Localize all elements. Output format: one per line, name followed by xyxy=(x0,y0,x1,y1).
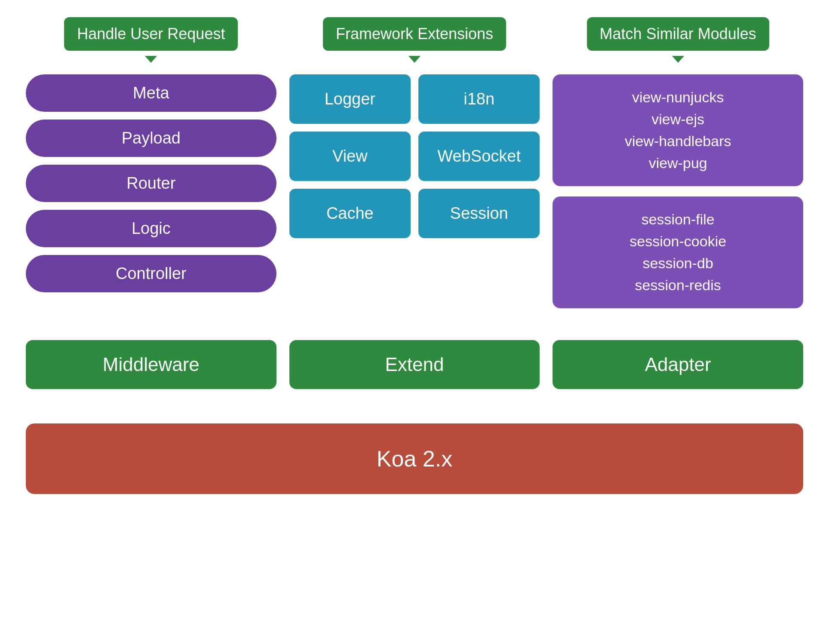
middle-header-wrap: Framework Extensions xyxy=(289,17,540,51)
right-bubble: Match Similar Modules xyxy=(587,17,769,51)
blue-view: View xyxy=(289,132,411,181)
col-right: Match Similar Modules view-nunjucks view… xyxy=(553,17,803,319)
blue-i18n: i18n xyxy=(418,74,540,124)
col-mid: Framework Extensions Logger i18n View We… xyxy=(289,17,540,319)
purple-box-sessions: session-file session-cookie session-db s… xyxy=(553,196,803,308)
blue-session: Session xyxy=(418,189,540,238)
pill-controller: Controller xyxy=(26,255,276,292)
middle-bubble-label: Framework Extensions xyxy=(336,25,493,43)
pill-payload: Payload xyxy=(26,120,276,157)
blue-cache: Cache xyxy=(289,189,411,238)
pill-meta: Meta xyxy=(26,74,276,112)
col-left: Handle User Request Meta Payload Router … xyxy=(26,17,276,319)
pill-logic: Logic xyxy=(26,210,276,247)
purple-box-views: view-nunjucks view-ejs view-handlebars v… xyxy=(553,74,803,186)
right-header-wrap: Match Similar Modules xyxy=(553,17,803,51)
extend-box: Extend xyxy=(289,340,540,389)
blue-logger: Logger xyxy=(289,74,411,124)
left-bubble: Handle User Request xyxy=(64,17,238,51)
left-header-wrap: Handle User Request xyxy=(26,17,276,51)
blue-websocket: WebSocket xyxy=(418,132,540,181)
left-bubble-label: Handle User Request xyxy=(77,25,225,43)
adapter-box: Adapter xyxy=(553,340,803,389)
middle-bubble: Framework Extensions xyxy=(323,17,506,51)
right-bubble-label: Match Similar Modules xyxy=(600,25,756,43)
bottom-row: Middleware Extend Adapter xyxy=(26,340,803,389)
main-container: Handle User Request Meta Payload Router … xyxy=(26,17,803,494)
columns-section: Handle User Request Meta Payload Router … xyxy=(26,17,803,319)
koa-box: Koa 2.x xyxy=(26,423,803,494)
pill-router: Router xyxy=(26,165,276,202)
blue-grid: Logger i18n View WebSocket Cache Session xyxy=(289,74,540,238)
middleware-box: Middleware xyxy=(26,340,276,389)
